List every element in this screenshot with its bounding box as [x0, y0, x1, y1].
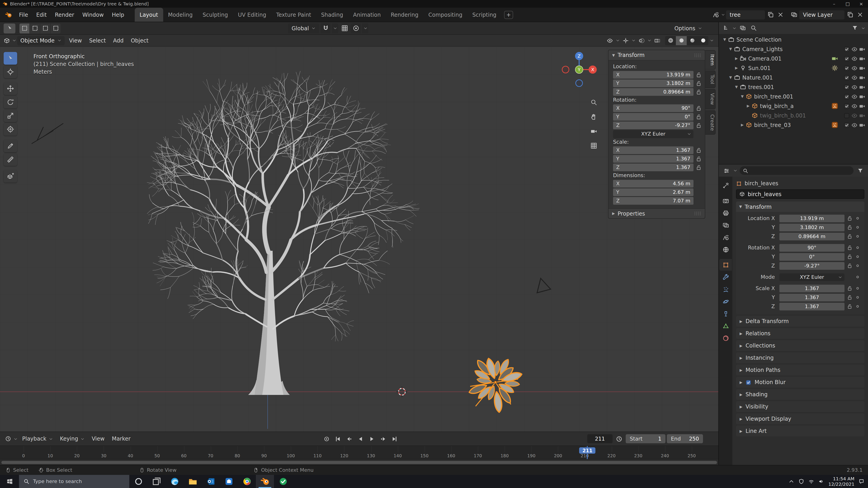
scale-z-field[interactable]: Z1.367 [613, 164, 693, 171]
lock-icon[interactable] [846, 245, 854, 251]
dimensions-y-field[interactable]: Y2.67 m [613, 188, 693, 196]
lock-icon[interactable] [695, 71, 702, 78]
play-reverse-button[interactable] [355, 434, 366, 443]
lock-icon[interactable] [846, 303, 854, 310]
select-mode-set-button[interactable] [20, 23, 29, 33]
properties-tab-modifiers[interactable] [719, 271, 732, 283]
lock-icon[interactable] [846, 254, 854, 260]
lock-icon[interactable] [846, 233, 854, 239]
filter-button[interactable] [850, 24, 860, 33]
properties-search-field[interactable] [740, 166, 854, 175]
animate-dot-icon[interactable] [855, 274, 861, 280]
timeline-menu-keying[interactable]: Keying [56, 432, 88, 446]
panel-motion-paths[interactable]: ▶Motion Paths [736, 365, 864, 376]
expand-icon[interactable]: ▼ [727, 47, 734, 51]
select-mode-intersect-button[interactable] [51, 23, 61, 33]
outliner-row-birch-tree-001[interactable]: ▼ birch_tree.001 [719, 92, 868, 101]
camera-icon[interactable] [831, 55, 838, 62]
expand-icon[interactable]: ▼ [739, 94, 745, 98]
close-button[interactable]: × [855, 0, 868, 8]
particles-badge-icon[interactable] [831, 103, 838, 109]
animate-dot-icon[interactable] [855, 254, 861, 260]
y-field[interactable]: 0° [779, 253, 844, 260]
checkbox-icon[interactable] [844, 84, 850, 90]
viewport-menu-view[interactable]: View [65, 35, 86, 46]
tool-scale-button[interactable] [4, 109, 17, 122]
z-field[interactable]: -9.27° [779, 262, 844, 269]
lock-icon[interactable] [695, 89, 702, 95]
shading-solid-button[interactable] [676, 36, 687, 45]
expand-icon[interactable]: ▶ [739, 123, 745, 127]
outliner-item-label[interactable]: Nature.001 [742, 74, 773, 80]
workspace-tab-shading[interactable]: Shading [316, 8, 348, 22]
outliner-editor-button[interactable] [721, 24, 731, 33]
xray-toggle[interactable] [653, 36, 662, 45]
location-x-field[interactable]: X13.919 m [613, 71, 693, 78]
lock-icon[interactable] [846, 294, 854, 300]
outliner-row-camera-lights[interactable]: ▼ Camera_Lights [719, 44, 868, 54]
tool-cursor-button[interactable] [4, 66, 17, 78]
animate-dot-icon[interactable] [855, 215, 861, 221]
sidebar-tab-view[interactable]: View [705, 89, 716, 109]
animate-dot-icon[interactable] [855, 245, 861, 251]
viewport-menu-add[interactable]: Add [110, 35, 127, 46]
view-layer-icon[interactable] [790, 11, 797, 18]
panel-line-art[interactable]: ▶Line Art [736, 426, 864, 436]
checkbox-icon[interactable] [745, 379, 751, 385]
camera-icon[interactable] [859, 112, 865, 119]
panel-relations[interactable]: ▶Relations [736, 328, 864, 339]
workspace-tab-animation[interactable]: Animation [348, 8, 385, 22]
chevron-down-icon[interactable] [647, 38, 651, 42]
preview-range-toggle[interactable] [614, 434, 624, 443]
scale-x-field[interactable]: X1.367 [613, 147, 693, 154]
animate-dot-icon[interactable] [855, 294, 861, 300]
snap-toggle[interactable] [321, 23, 331, 33]
transform-panel-header[interactable]: ▼ Transform [609, 50, 705, 61]
chevron-down-icon[interactable] [721, 13, 725, 17]
outliner-item-label[interactable]: birch_tree.001 [754, 93, 793, 100]
expand-icon[interactable]: ▼ [721, 37, 728, 41]
breadcrumb-label[interactable]: birch_leaves [745, 180, 778, 187]
zoom-button[interactable] [589, 97, 598, 107]
outliner-row-nature-001[interactable]: ▼ Nature.001 [719, 73, 868, 82]
panel-instancing[interactable]: ▶Instancing [736, 352, 864, 363]
tool-annotate-button[interactable] [4, 140, 17, 152]
expand-icon[interactable]: ▶ [733, 57, 740, 61]
workspace-tab-rendering[interactable]: Rendering [385, 8, 423, 22]
tool-move-button[interactable] [4, 82, 17, 95]
animate-dot-icon[interactable] [855, 233, 861, 239]
timeline-menu-playback[interactable]: Playback [19, 432, 56, 446]
outliner-row-scene-collection[interactable]: ▼ Scene Collection [719, 35, 868, 44]
camera-icon[interactable] [859, 122, 865, 128]
lock-icon[interactable] [695, 105, 702, 111]
taskbar-app-task-view[interactable] [147, 475, 165, 488]
properties-tab-output[interactable] [719, 207, 732, 219]
outliner-item-label[interactable]: twig_birch_b.001 [760, 112, 806, 119]
properties-tab-material[interactable] [719, 332, 732, 344]
lock-icon[interactable] [846, 263, 854, 269]
outliner-search-button[interactable] [749, 24, 758, 33]
outliner-row-twig-birch-a[interactable]: ▶ twig_birch_a [719, 101, 868, 111]
rotation-x-field[interactable]: X90° [613, 104, 693, 112]
checkbox-icon[interactable] [844, 74, 850, 80]
camera-view-button[interactable] [589, 126, 598, 136]
play-button[interactable] [367, 434, 377, 443]
workspace-tab-sculpting[interactable]: Sculpting [197, 8, 233, 22]
animate-dot-icon[interactable] [855, 263, 861, 269]
checkbox-icon[interactable] [844, 65, 850, 71]
workspace-tab-compositing[interactable]: Compositing [423, 8, 467, 22]
chevron-down-icon[interactable] [616, 38, 620, 42]
taskbar-app-app-blue[interactable] [220, 475, 238, 488]
auto-keying-toggle[interactable] [322, 434, 332, 443]
shading-rendered-button[interactable] [698, 36, 708, 45]
select-mode-extend-button[interactable] [30, 23, 40, 33]
visibility-dropdown-button[interactable] [605, 36, 614, 45]
z-field[interactable]: 1.367 [779, 302, 844, 310]
viewport-menu-object[interactable]: Object [127, 35, 152, 46]
delete-view-layer-icon[interactable] [857, 11, 863, 18]
blender-logo-icon[interactable] [4, 11, 13, 18]
dimensions-x-field[interactable]: X4.56 m [613, 180, 693, 188]
chevron-down-icon[interactable] [861, 26, 865, 30]
chevron-down-icon[interactable] [710, 38, 714, 42]
panel-viewport-display[interactable]: ▶Viewport Display [736, 414, 864, 424]
